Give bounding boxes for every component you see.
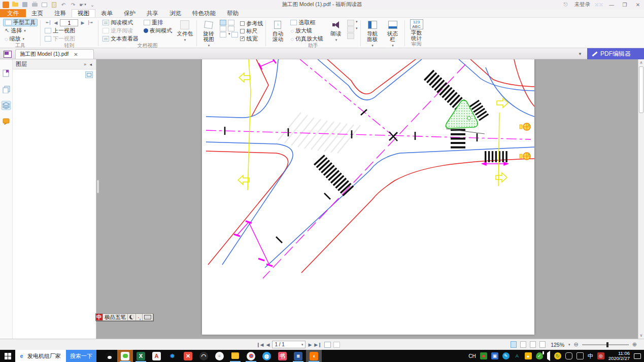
email-icon[interactable] [41, 2, 48, 8]
facing-layout-icon[interactable] [530, 341, 536, 348]
panel-splitter-handle[interactable] [97, 180, 99, 193]
nav-panel-button[interactable]: 导航面板▾ [363, 19, 382, 48]
pdf-page[interactable] [202, 59, 534, 335]
menu-form[interactable]: 表单 [95, 9, 118, 17]
ime-fullhalf-icon[interactable] [128, 314, 136, 320]
menu-view[interactable]: 视图 [72, 9, 95, 17]
tray-netdisk-icon[interactable]: ▣ [491, 352, 498, 359]
assistant-extra-icon-1[interactable] [347, 20, 354, 26]
page-number-input[interactable] [60, 19, 78, 26]
last-page-status-button[interactable]: ▶❙ [314, 342, 321, 347]
tray-shield-icon[interactable]: ✓ [536, 352, 543, 359]
close-button[interactable]: ✕ [634, 2, 642, 8]
zoom-out-icon[interactable]: ⊖ [574, 341, 579, 348]
customize-qat-icon[interactable]: ⌄ [89, 2, 96, 8]
select-tool-button[interactable]: ↖选择▾ [3, 27, 38, 34]
stamp-tool-icon[interactable]: ☛▾ [79, 2, 86, 8]
next-page-button[interactable]: ▶ [80, 20, 85, 25]
zoom-dropdown-icon[interactable]: ▾ [568, 343, 570, 347]
assistant-extra-icon-3[interactable] [347, 33, 354, 39]
next-page-status-button[interactable]: ▶ [308, 342, 312, 347]
tray-language[interactable]: CH [468, 353, 476, 359]
scrollbar-thumb[interactable] [639, 66, 643, 113]
taskbar-icon-foxit[interactable]: ◖ [306, 350, 322, 362]
tray-mouse-icon[interactable] [565, 352, 572, 359]
tray-network-icon[interactable] [577, 352, 584, 359]
ruler-checkbox-row[interactable]: 标尺 [240, 27, 263, 34]
single-page-icon[interactable] [220, 20, 226, 25]
zoom-tool-button[interactable]: ◌缩放▾ [3, 35, 38, 43]
statusbar-toggle-button[interactable]: 状态栏▾ [384, 19, 402, 48]
tray-pen-icon[interactable]: ✎ [502, 352, 510, 359]
home-tab-icon[interactable] [3, 50, 12, 58]
next-view-status-icon[interactable] [333, 342, 340, 348]
clipboard-icon[interactable] [50, 2, 57, 8]
facing-page-icon[interactable] [228, 20, 234, 25]
menu-features[interactable]: 特色功能 [187, 9, 221, 17]
save-icon[interactable] [21, 2, 28, 8]
first-page-button[interactable]: ⯬| [45, 20, 52, 25]
tray-volume-icon[interactable] [547, 353, 550, 359]
prev-view-button[interactable]: 上一视图 [43, 27, 95, 34]
last-page-button[interactable]: |⯮ [87, 20, 94, 25]
print-icon[interactable] [31, 2, 38, 8]
guides-checkbox-row[interactable]: 参考线 [240, 20, 263, 27]
tray-red-icon[interactable]: ◎ [597, 352, 604, 359]
taskbar-clock[interactable]: 11:06 2020/2/27 [608, 351, 630, 361]
word-count-button[interactable]: 123ABC 字数统计 [408, 19, 426, 41]
portfolio-button[interactable]: 文件包▾ [176, 19, 194, 43]
ime-name[interactable]: 极品五笔 [103, 314, 128, 320]
magnifier-button[interactable]: ◌放大镜 [289, 27, 325, 34]
taskbar-search-box[interactable]: e 发电机组厂家 搜索一下 [15, 350, 96, 362]
taskbar-icon-dark-app[interactable]: ◠ [196, 350, 212, 362]
autoscroll-button[interactable]: ↓ 自动滚动 [268, 19, 287, 42]
panel-collapse-icon[interactable]: ◂ [89, 62, 93, 67]
open-file-icon[interactable] [12, 2, 19, 8]
prev-page-button[interactable]: ◀ [53, 20, 59, 25]
menu-share[interactable]: 共享 [141, 9, 164, 17]
reflow-button[interactable]: 重排 [142, 19, 174, 26]
pdf-editor-button[interactable]: PDF编辑器 [587, 48, 644, 59]
first-page-status-button[interactable]: ❙◀ [256, 342, 263, 347]
pages-panel-icon[interactable] [2, 85, 11, 94]
zoom-slider[interactable] [582, 344, 629, 345]
search-go-button[interactable]: 搜索一下 [66, 350, 96, 362]
continuous-facing-icon[interactable] [228, 26, 234, 31]
taskbar-icon-chrome[interactable] [243, 350, 259, 362]
ime-softkeyboard-icon[interactable] [143, 314, 153, 320]
scroll-down-icon[interactable]: ∨ [638, 333, 644, 338]
continuous-facing-layout-icon[interactable] [539, 341, 546, 348]
menu-help[interactable]: 帮助 [221, 9, 244, 17]
night-mode-button[interactable]: 夜间模式 [142, 27, 174, 34]
layer-options-icon[interactable] [85, 71, 93, 78]
menu-protect[interactable]: 保护 [118, 9, 141, 17]
tray-lock-icon[interactable]: 🔒︎ [525, 352, 532, 359]
app-logo-icon[interactable] [2, 2, 9, 8]
taskbar-icon-tencent[interactable]: ❋ [164, 350, 180, 362]
page-indicator[interactable]: 1 / 1 ▾ [272, 341, 306, 348]
comments-panel-icon[interactable] [2, 117, 11, 126]
taskbar-icon-explorer[interactable] [227, 350, 243, 362]
menu-home[interactable]: 主页 [26, 9, 49, 17]
split-view-icon[interactable] [220, 32, 226, 38]
login-status[interactable]: 未登录 [574, 1, 591, 8]
continuous-layout-icon[interactable] [520, 341, 526, 348]
tray-updater-icon[interactable]: ↻ [554, 352, 561, 359]
menu-browse[interactable]: 浏览 [164, 9, 187, 17]
assistant-extra-icon-2[interactable] [347, 26, 354, 32]
redo-icon[interactable]: ↷ [70, 2, 77, 8]
ime-toolbar[interactable]: 中 极品五笔 ·, [95, 313, 153, 321]
restore-button[interactable]: ❐ [621, 2, 629, 8]
taskbar-icon-white-app[interactable]: ≡ [212, 350, 227, 362]
marquee-button[interactable]: 选取框 [289, 19, 325, 26]
scroll-up-icon[interactable]: ∧ [638, 60, 644, 65]
taskbar-icon-autocad[interactable]: A [149, 350, 164, 362]
reverse-read-button[interactable]: 逆序阅读 [101, 27, 140, 34]
minimize-button[interactable]: — [607, 2, 616, 8]
taskbar-icon-qq[interactable] [101, 350, 117, 362]
vertical-scrollbar[interactable]: ∧ ∨ [638, 59, 644, 339]
apps-grid-icon[interactable]: ⁙⁙ [595, 2, 602, 8]
loupe-button[interactable]: ◌仿真放大镜 [289, 35, 325, 43]
prev-page-status-button[interactable]: ◀ [266, 342, 269, 347]
taskbar-icon-wechat[interactable] [117, 350, 133, 362]
